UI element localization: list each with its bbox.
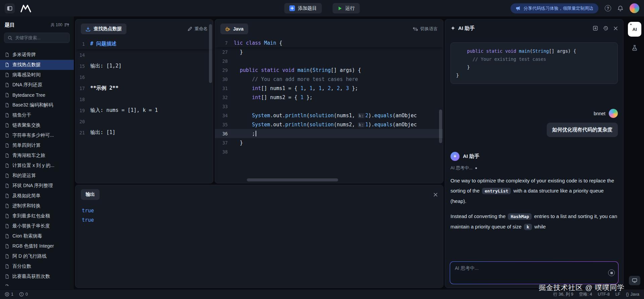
code-line-text[interactable]: System.out.println(solution(nums1, k:2).… [234,113,443,119]
assistant-message-header: AI 助手 [450,152,618,161]
run-button[interactable]: 运行 [333,3,360,13]
ai-close-button[interactable] [613,26,618,31]
sidebar-item[interactable]: 字符串有多少种可... [0,130,74,140]
ai-toggle-button[interactable]: AI [628,22,641,37]
switch-language-button[interactable]: 切换语言 [413,26,438,32]
encoding[interactable]: UTF-8 [598,292,609,297]
document-icon [5,254,9,259]
sidebar-item[interactable]: 计算位置 x 到 y 的... [0,161,74,171]
sidebar-item[interactable]: 猫鱼分干 [0,110,74,120]
markdown-line: 16 [75,72,213,83]
user-avatar[interactable] [630,3,639,13]
sidebar-item[interactable]: 简单四则计算 [0,140,74,151]
sidebar-item[interactable]: Cion 勒索病毒 [0,231,74,241]
indent-setting[interactable]: 空格: 4 [579,292,592,297]
markdown-line-text[interactable]: 输入: nums = [1], k = 1 [90,107,213,114]
code-line-text[interactable]: public static void main(String[] args) { [234,67,443,73]
line-number: 21 [75,130,90,135]
editor-vertical-scrollbar[interactable] [439,110,442,143]
markdown-line: 21输出: [1] [75,127,213,138]
code-line-text[interactable]: } [234,140,443,146]
markdown-line-text[interactable]: **示例 2** [90,85,213,91]
document-icon [5,52,9,57]
coffee-icon [225,27,230,32]
sidebar-item-label: 最小替换子串长度 [12,223,50,229]
code-line-text[interactable]: int[] nums1 = { 1, 1, 1, 2, 2, 3 }; [234,85,443,91]
sidebar-item[interactable]: 环状 DNA 序列整理 [0,181,74,191]
errors-indicator[interactable]: 1 [5,292,13,297]
sidebar-item[interactable]: 进制求和转换 [0,201,74,211]
history-button[interactable] [603,26,608,31]
ai-paragraphs: One way to optimize the complexity of yo… [450,176,618,232]
sidebar-toggle-button[interactable] [5,3,15,13]
sidebar-header: 题目 共 100 [0,19,74,31]
problem-title-button[interactable]: 查找热点数据 [81,24,126,34]
rename-button[interactable]: 重命名 [187,26,208,32]
markdown-line-text[interactable]: 输出: [1] [90,129,213,136]
add-problem-button[interactable]: 添加题目 [284,3,322,13]
warnings-indicator[interactable]: 0 [19,292,28,297]
markdown-line-text[interactable]: # 问题描述 [90,41,213,47]
thinking-status-label: AI 思考中... [450,165,473,171]
sidebar-item[interactable]: DNA 序列还原 [0,80,74,90]
code-line: 29 public static void main(String[] args… [215,66,443,75]
line-number: 20 [75,119,90,124]
error-icon [5,292,9,297]
help-icon[interactable]: ? [605,5,611,11]
sidebar-item[interactable]: 最小替换子串长度 [0,221,74,231]
editor-horizontal-scrollbar[interactable] [247,178,338,181]
stop-generating-button[interactable] [608,269,615,276]
sidebar-item[interactable]: 阿 D 的飞行路线 [0,251,74,261]
code-line-text[interactable]: } [234,49,443,55]
line-number: 31 [215,86,234,91]
sidebar-item[interactable]: 链表聚集交换 [0,120,74,130]
language-badge[interactable]: Java [220,24,248,34]
code-line-text[interactable]: System.out.println(solution(nums2, k:1).… [234,122,443,128]
panel-toggle-button[interactable] [629,276,640,285]
promo-banner[interactable]: 分享代码练习体验，领限量定制周边 [511,3,598,13]
sidebar-item[interactable]: 查找热点数据 [0,60,74,70]
app-logo[interactable] [20,4,32,13]
sidebar-item[interactable]: 拿到最多红包金额 [0,211,74,221]
language-mode[interactable]: {} Java [626,292,639,297]
code-line-text[interactable]: // You can add more test cases here [234,76,443,82]
code-line-text[interactable]: lic class Main { [234,40,443,46]
line-number: 32 [215,95,234,100]
sidebar-item[interactable]: 及格如此简单 [0,191,74,201]
output-tab[interactable]: 输出 [81,189,100,200]
promo-text: 分享代码练习体验，领限量定制周边 [524,5,593,11]
markdown-line-text[interactable]: 输出: [1,2] [90,63,213,69]
code-line-text[interactable]: ; [234,131,443,137]
export-chat-button[interactable] [593,26,598,31]
ai-chat-input[interactable] [450,262,618,284]
sidebar-item[interactable]: Bytedance Tree [0,90,74,100]
code-line: 36 ; [215,129,443,138]
eol-setting[interactable]: LF [615,292,621,297]
history-icon [603,26,608,31]
problem-scrollbar[interactable] [209,24,212,83]
sidebar-item[interactable]: Base32 编码和解码 [0,100,74,110]
right-toolbar: AI [625,16,644,289]
document-icon [5,113,9,118]
sidebar-item[interactable]: 百分位数 [0,261,74,271]
sparkle-icon [450,26,455,31]
sidebar-item[interactable]: 多米诺骨牌 [0,50,74,60]
bell-icon[interactable] [618,5,623,11]
sidebar-item[interactable]: 病毒感染时间 [0,70,74,80]
ai-avatar [450,152,460,161]
problem-count[interactable]: 共 100 [51,22,69,28]
line-number: 14 [75,52,90,58]
search-input[interactable] [15,35,65,40]
markdown-line: 20 [75,116,213,127]
sidebar-item[interactable]: 青海湖租车之旅 [0,151,74,161]
sidebar-item[interactable]: RGB 色值转 Integer [0,241,74,251]
sidebar-item-label: 百分位数 [12,263,31,269]
output-close-button[interactable] [433,193,438,197]
cursor-position[interactable]: 行 36, 列 9 [553,292,574,297]
sidebar-item[interactable] [0,282,74,286]
sidebar-item[interactable]: 和的逆运算 [0,171,74,181]
sidebar-item[interactable]: 比赛最高获胜次数 [0,271,74,282]
code-line-text[interactable]: int[] nums2 = { 1 }; [234,94,443,100]
lab-button[interactable] [632,45,638,51]
markdown-line: 18 [75,94,213,105]
